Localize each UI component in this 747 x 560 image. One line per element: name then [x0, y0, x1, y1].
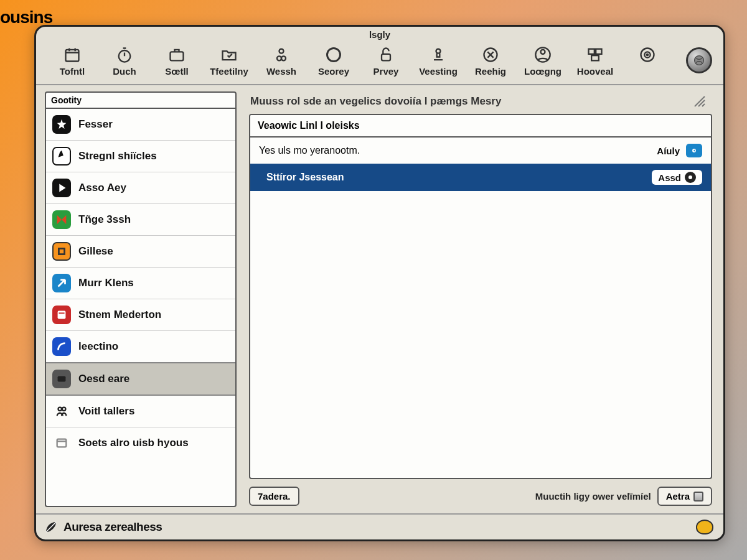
leaf-icon	[44, 520, 59, 534]
toolbar-label: Sœtll	[165, 66, 189, 77]
toolbar-label: Tofntl	[60, 66, 85, 77]
curve-icon	[52, 337, 71, 356]
toolbar-label	[646, 66, 649, 77]
sidebar-item-8[interactable]: Oesd eare	[46, 362, 235, 394]
main-heading: Muuss rol sde an vegelics dovoiía l pæmg…	[249, 93, 712, 114]
sidebar-item-6[interactable]: Stnem Mederton	[46, 299, 235, 330]
toolbar-item-11[interactable]	[622, 45, 672, 78]
lock-open-icon	[377, 46, 395, 63]
sidebar-item-label: Voitl tallers	[78, 405, 134, 418]
sidebar-item-label: Fesser	[78, 118, 113, 131]
svg-point-6	[327, 49, 341, 62]
layout-icon	[586, 46, 604, 63]
sidebar-item-label: Oesd eare	[78, 373, 129, 385]
sidebar-item-label: leectino	[78, 340, 118, 353]
sidebar-item-0[interactable]: Fesser	[46, 109, 235, 140]
pill-label: Assd	[658, 172, 681, 183]
svg-point-17	[647, 54, 648, 55]
sidebar-item-label: Stnem Mederton	[78, 309, 161, 321]
folder-check-icon	[220, 46, 238, 63]
toolbar-item-2[interactable]: Sœtll	[152, 45, 202, 78]
circle-icon	[324, 46, 343, 63]
toolbar-item-8[interactable]: Reehig	[466, 45, 515, 78]
svg-point-23	[62, 408, 66, 411]
panel-row-1[interactable]: Sttíror Jsessean Assd	[250, 164, 711, 191]
toolbar-item-10[interactable]: Hooveal	[570, 45, 620, 78]
button-label: Aetra	[666, 491, 690, 502]
left-action-button[interactable]: 7adera.	[249, 487, 299, 506]
arrow-square-icon	[52, 274, 71, 292]
row-label: Sttíror Jsessean	[259, 172, 646, 183]
sidebar-list: Fesser Stregnl shiïcles Asso Aey Tñge 3s…	[45, 108, 237, 507]
footer-text: Auresa zerealhess	[63, 520, 162, 534]
sidebar-item-2[interactable]: Asso Aey	[46, 172, 235, 203]
row-tag: Aíuly	[657, 146, 680, 156]
puzzle-icon	[52, 210, 71, 229]
toolbar-label: Prvey	[374, 66, 399, 77]
sidebar-title: Gootity	[45, 91, 237, 108]
svg-rect-12	[589, 49, 594, 54]
stamp-icon	[429, 46, 448, 63]
main-content: Muuss rol sde an vegelics dovoiía l pæmg…	[237, 85, 723, 513]
sidebar-item-label: Stregnl shiïcles	[78, 150, 157, 162]
sidebar-item-label: Asso Aey	[78, 182, 126, 194]
sidebar-item-label: Murr Klens	[78, 277, 134, 289]
sidebar-item-1[interactable]: Stregnl shiïcles	[46, 140, 235, 172]
toolbar-item-3[interactable]: Tfeetilny	[204, 45, 254, 78]
toolbar-item-5[interactable]: Seorey	[309, 45, 359, 78]
toolbar-item-0[interactable]: Tofntl	[47, 45, 97, 78]
preferences-window: lsgly Tofntl Duch Sœtll Tfeetilny Wessh …	[34, 25, 725, 541]
svg-point-8	[436, 49, 441, 54]
sidebar-item-3[interactable]: Tñge 3ssh	[46, 203, 235, 235]
panel-header: Veaowic Linl I oleisks	[250, 115, 711, 138]
svg-rect-20	[59, 312, 64, 314]
sidebar: Gootity Fesser Stregnl shiïcles Asso Aey…	[45, 91, 237, 507]
svg-rect-14	[591, 55, 599, 60]
toolbar-label: Loœgng	[524, 66, 561, 77]
stopwatch-icon	[115, 46, 134, 63]
toggle-icon[interactable]	[686, 144, 702, 157]
toolbar-label: Tfeetilny	[210, 66, 248, 77]
book-icon	[52, 306, 71, 324]
square-icon	[52, 242, 71, 261]
toolbar-label: Duch	[113, 66, 136, 77]
toolbar-item-6[interactable]: Prvey	[361, 45, 411, 78]
sidebar-item-7[interactable]: leectino	[46, 330, 235, 362]
person-rings-icon	[272, 46, 291, 63]
toolbar-sphere-icon[interactable]	[686, 47, 712, 73]
toolbar-label: Seorey	[318, 66, 349, 77]
svg-point-3	[280, 49, 284, 54]
globe-x-icon	[481, 46, 500, 63]
panel-row-0[interactable]: Yes uls mo yeranootm. Aíuly	[250, 138, 711, 164]
row-pill[interactable]: Assd	[652, 170, 702, 185]
panel-footer-bar: 7adera. Muuctih ligy ower velïmíel Aetra	[249, 487, 712, 513]
window-icon	[52, 434, 71, 452]
toolbar-item-1[interactable]: Duch	[100, 45, 149, 78]
svg-rect-0	[66, 50, 79, 62]
sidebar-item-label: Gillese	[78, 245, 113, 258]
briefcase-icon	[167, 46, 186, 63]
toolbar-item-9[interactable]: Loœgng	[518, 45, 568, 78]
sidebar-item-5[interactable]: Murr Klens	[46, 267, 235, 299]
sidebar-item-4[interactable]: Gillese	[46, 235, 235, 267]
toolbar-item-7[interactable]: Veesting	[413, 45, 463, 78]
svg-rect-2	[171, 52, 184, 60]
window-footer: Auresa zerealhess	[36, 513, 723, 539]
toolbar-label: Wessh	[266, 66, 296, 77]
svg-point-5	[281, 56, 286, 60]
row-label: Yes uls mo yeranootm.	[259, 145, 651, 156]
compass-icon	[52, 147, 71, 166]
dot-icon	[685, 172, 696, 183]
sidebar-item-label: Tñge 3ssh	[78, 213, 131, 226]
svg-rect-13	[596, 49, 601, 54]
settings-panel: Veaowic Linl I oleisks Yes uls mo yerano…	[249, 114, 712, 479]
sidebar-item-9[interactable]: Voitl tallers	[46, 394, 235, 427]
toolbar-item-4[interactable]: Wessh	[256, 45, 306, 78]
svg-point-10	[541, 50, 545, 54]
resize-grip-icon	[692, 94, 707, 109]
svg-rect-7	[382, 54, 390, 61]
right-action-button[interactable]: Aetra	[657, 487, 712, 506]
sidebar-item-10[interactable]: Soets alro uisb hyous	[46, 427, 235, 459]
disk-icon	[693, 492, 703, 502]
svg-rect-19	[58, 311, 66, 319]
